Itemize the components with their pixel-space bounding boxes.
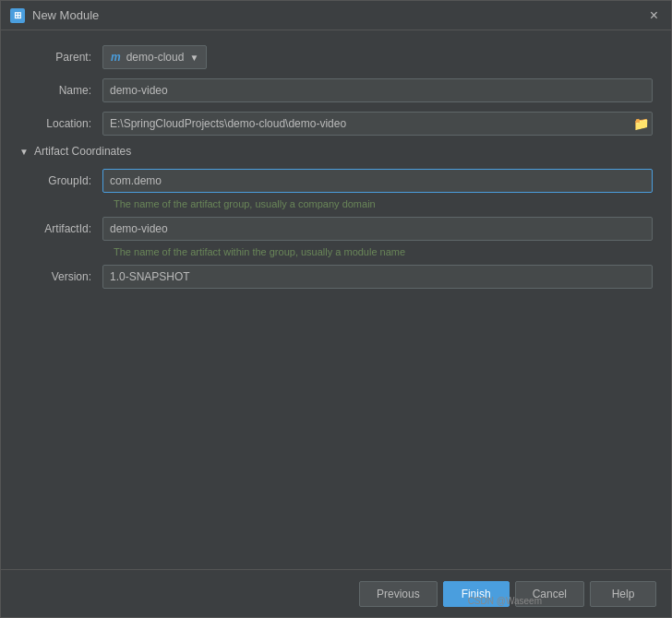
parent-dropdown[interactable]: m demo-cloud ▼ — [102, 45, 207, 69]
dialog-footer: Previous Finish Cancel Help — [1, 569, 671, 617]
version-control — [102, 265, 653, 289]
location-row: Location: 📁 — [19, 112, 653, 136]
groupid-hint: The name of the artifact group, usually … — [114, 198, 653, 209]
parent-row: Parent: m demo-cloud ▼ — [19, 45, 653, 69]
groupid-input[interactable] — [102, 169, 653, 193]
groupid-label: GroupId: — [19, 174, 102, 187]
title-bar-left: ⊞ New Module — [10, 8, 99, 23]
artifact-section-header[interactable]: ▼ Artifact Coordinates — [19, 145, 653, 158]
version-input[interactable] — [102, 265, 653, 289]
artifactid-input[interactable] — [102, 217, 653, 241]
close-button[interactable]: × — [646, 8, 662, 23]
artifact-section-title: Artifact Coordinates — [34, 145, 131, 158]
section-toggle-icon: ▼ — [19, 147, 29, 157]
folder-icon[interactable]: 📁 — [633, 116, 649, 131]
parent-control: m demo-cloud ▼ — [102, 45, 653, 69]
version-row: Version: — [19, 265, 653, 289]
finish-button[interactable]: Finish — [443, 581, 510, 607]
artifactid-label: ArtifactId: — [19, 222, 102, 235]
previous-button[interactable]: Previous — [359, 581, 438, 607]
m-icon: m — [111, 51, 121, 64]
name-label: Name: — [19, 84, 102, 97]
groupid-control — [102, 169, 653, 193]
groupid-row: GroupId: — [19, 169, 653, 193]
version-label: Version: — [19, 270, 102, 283]
name-control — [102, 78, 653, 102]
name-row: Name: — [19, 78, 653, 102]
location-control: 📁 — [102, 112, 653, 136]
dialog-title: New Module — [32, 8, 99, 22]
help-button[interactable]: Help — [590, 581, 656, 607]
form-content: Parent: m demo-cloud ▼ Name: Location: — [1, 30, 671, 569]
parent-value: demo-cloud — [126, 51, 185, 64]
location-input-wrap: 📁 — [102, 112, 653, 136]
parent-label: Parent: — [19, 51, 102, 64]
name-input[interactable] — [102, 78, 653, 102]
artifactid-hint: The name of the artifact within the grou… — [114, 246, 653, 257]
title-bar: ⊞ New Module × — [1, 1, 671, 30]
dialog-icon: ⊞ — [10, 8, 25, 23]
artifactid-row: ArtifactId: — [19, 217, 653, 241]
new-module-dialog: ⊞ New Module × Parent: m demo-cloud ▼ Na… — [0, 0, 672, 618]
location-label: Location: — [19, 117, 102, 130]
dropdown-arrow-icon: ▼ — [189, 53, 198, 63]
cancel-button[interactable]: Cancel — [515, 581, 584, 607]
artifactid-control — [102, 217, 653, 241]
location-input[interactable] — [102, 112, 653, 136]
